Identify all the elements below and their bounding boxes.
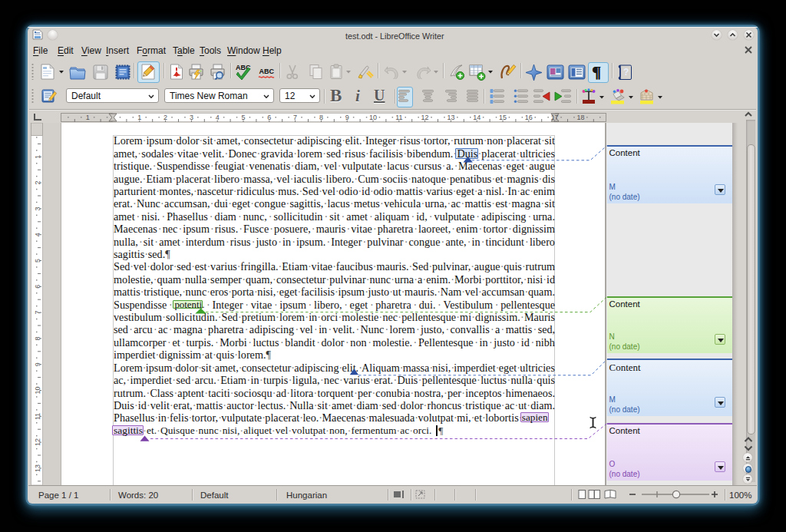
- svg-text:13: 13: [447, 114, 454, 121]
- svg-text:9: 9: [345, 114, 349, 121]
- svg-text:8: 8: [319, 114, 323, 121]
- svg-text:18: 18: [576, 114, 584, 121]
- svg-text:5: 5: [241, 114, 245, 121]
- svg-text:4: 4: [216, 114, 220, 121]
- svg-text:¶: ¶: [592, 64, 601, 80]
- svg-text:16: 16: [525, 114, 533, 121]
- svg-text:ABC: ABC: [259, 68, 275, 75]
- svg-text:12: 12: [421, 114, 429, 121]
- svg-text:7: 7: [293, 114, 297, 121]
- svg-text:15: 15: [499, 114, 507, 121]
- svg-text:?: ?: [623, 67, 629, 78]
- svg-text:11: 11: [395, 114, 402, 121]
- svg-text:17: 17: [551, 114, 559, 121]
- svg-text:10: 10: [369, 114, 377, 121]
- svg-text:14: 14: [473, 114, 481, 121]
- svg-text:6: 6: [267, 114, 271, 121]
- svg-text:2: 2: [163, 114, 167, 121]
- svg-text:1: 1: [137, 114, 141, 121]
- svg-text:3: 3: [190, 114, 193, 121]
- svg-text:1: 1: [86, 114, 90, 121]
